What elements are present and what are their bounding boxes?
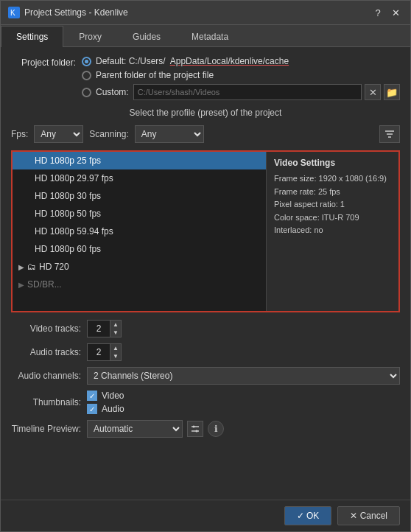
vs-interlaced: Interlaced: no — [274, 224, 391, 237]
profile-item-hd1080p5994[interactable]: HD 1080p 59.94 fps — [13, 223, 266, 240]
profile-label: Select the profile (preset) of the proje… — [11, 108, 400, 118]
audio-channels-select[interactable]: 2 Channels (Stereo) 1 Channel (Mono) 4 C… — [87, 367, 400, 385]
audio-thumbnail-label: Audio — [102, 404, 124, 414]
filter-icon — [384, 129, 395, 139]
fps-select[interactable]: Any 23.976 24 25 29.97 30 50 59.94 60 — [34, 125, 83, 143]
audio-thumbnail-row: ✓ Audio — [87, 404, 124, 414]
radio-parent-row: Parent folder of the project file — [82, 70, 400, 80]
audio-thumbnail-checkbox[interactable]: ✓ — [87, 404, 97, 414]
thumbnail-group: ✓ Video ✓ Audio — [87, 391, 124, 414]
video-tracks-down[interactable]: ▼ — [110, 329, 121, 337]
fps-scanning-row: Fps: Any 23.976 24 25 29.97 30 50 59.94 … — [11, 125, 400, 143]
clear-input-button[interactable]: ✕ — [365, 84, 381, 100]
audio-channels-row: Audio channels: 2 Channels (Stereo) 1 Ch… — [11, 367, 400, 385]
profile-item-hd1080p50[interactable]: HD 1080p 50 fps — [13, 205, 266, 223]
video-tracks-spinner: ▲ ▼ — [87, 320, 122, 337]
profile-item-hd1080p2997[interactable]: HD 1080p 29.97 fps — [13, 169, 266, 187]
custom-path-input[interactable] — [133, 84, 362, 100]
profile-group-sdbr-label: SD/BR... — [27, 279, 62, 290]
vs-frame-rate: Frame rate: 25 fps — [274, 186, 391, 199]
close-button[interactable]: ✕ — [388, 5, 403, 20]
video-tracks-arrows: ▲ ▼ — [110, 321, 121, 337]
video-tracks-label: Video tracks: — [11, 323, 81, 334]
svg-point-8 — [196, 430, 198, 433]
tab-bar: Settings Proxy Guides Metadata — [1, 25, 410, 47]
app-icon: K — [8, 7, 20, 18]
profile-item-hd1080p60[interactable]: HD 1080p 60 fps — [13, 240, 266, 258]
audio-tracks-arrows: ▲ ▼ — [110, 344, 121, 360]
parent-folder-label: Parent folder of the project file — [96, 70, 214, 80]
profile-list[interactable]: HD 1080p 25 fps HD 1080p 29.97 fps HD 10… — [13, 152, 266, 311]
radio-parent[interactable] — [82, 71, 91, 80]
project-folder-radio-group: Default: C:/Users/ AppData/Local/kdenliv… — [82, 56, 400, 100]
radio-custom-row: Custom: ✕ 📁 — [82, 84, 400, 100]
preview-controls: Automatic None 720p 1080p ℹ — [87, 420, 224, 438]
titlebar: K Project Settings - Kdenlive ? ✕ — [1, 1, 410, 25]
tab-metadata[interactable]: Metadata — [176, 26, 244, 47]
timeline-preview-label: Timeline Preview: — [11, 424, 81, 434]
tab-proxy[interactable]: Proxy — [63, 26, 117, 47]
profile-group-icon: 🗂 — [27, 262, 36, 272]
main-content: Project folder: Default: C:/Users/ AppDa… — [1, 47, 410, 500]
default-path-underline: AppData/Local/kdenlive/cache — [170, 56, 289, 66]
window-title: Project Settings - Kdenlive — [24, 7, 128, 18]
vs-title: Video Settings — [274, 158, 391, 168]
expand-icon: ▶ — [18, 263, 24, 271]
expand-icon-2: ▶ — [18, 281, 24, 289]
svg-text:K: K — [10, 9, 15, 17]
audio-tracks-spinner: ▲ ▼ — [87, 343, 122, 361]
titlebar-controls: ? ✕ — [370, 5, 403, 20]
radio-custom[interactable] — [82, 88, 91, 97]
tab-settings[interactable]: Settings — [1, 26, 63, 47]
profile-group-sdbr[interactable]: ▶ SD/BR... — [13, 276, 266, 293]
filter-icon-button[interactable] — [379, 125, 400, 143]
svg-point-6 — [193, 426, 195, 428]
timeline-preview-row: Timeline Preview: Automatic None 720p 10… — [11, 420, 400, 438]
vs-frame-size: Frame size: 1920 x 1080 (16:9) — [274, 172, 391, 186]
custom-label: Custom: — [96, 87, 129, 97]
video-tracks-up[interactable]: ▲ — [110, 321, 121, 329]
profile-area: HD 1080p 25 fps HD 1080p 29.97 fps HD 10… — [11, 150, 400, 312]
tab-guides[interactable]: Guides — [117, 26, 176, 47]
default-path-label: Default: C:/Users/ AppData/Local/kdenliv… — [96, 56, 289, 66]
video-thumbnail-row: ✓ Video — [87, 391, 124, 401]
timeline-preview-select[interactable]: Automatic None 720p 1080p — [87, 420, 183, 438]
profile-group-hd720[interactable]: ▶ 🗂 HD 720 — [13, 258, 266, 276]
video-thumbnail-checkbox[interactable]: ✓ — [87, 391, 97, 401]
scanning-label: Scanning: — [89, 129, 128, 139]
sliders-icon — [190, 424, 200, 434]
audio-tracks-up[interactable]: ▲ — [110, 344, 121, 352]
audio-channels-label: Audio channels: — [11, 371, 81, 381]
titlebar-left: K Project Settings - Kdenlive — [8, 7, 128, 18]
thumbnails-row: Thumbnails: ✓ Video ✓ Audio — [11, 391, 400, 414]
timeline-preview-settings-button[interactable] — [187, 421, 203, 437]
project-folder-section: Project folder: Default: C:/Users/ AppDa… — [11, 56, 400, 100]
cancel-button[interactable]: ✕ Cancel — [337, 506, 400, 525]
project-folder-label: Project folder: — [11, 57, 76, 68]
thumbnails-label: Thumbnails: — [11, 397, 81, 407]
profile-item-hd1080p30[interactable]: HD 1080p 30 fps — [13, 187, 266, 205]
video-tracks-row: Video tracks: ▲ ▼ — [11, 320, 400, 337]
audio-tracks-row: Audio tracks: ▲ ▼ — [11, 343, 400, 361]
audio-tracks-down[interactable]: ▼ — [110, 352, 121, 360]
scanning-select[interactable]: Any Progressive Interlaced — [135, 125, 204, 143]
profile-group-hd720-label: HD 720 — [39, 262, 69, 272]
help-button[interactable]: ? — [370, 5, 385, 20]
audio-tracks-input[interactable] — [88, 346, 110, 359]
video-thumbnail-label: Video — [102, 391, 124, 401]
timeline-preview-info-button[interactable]: ℹ — [208, 421, 224, 437]
ok-button[interactable]: ✓ OK — [284, 506, 332, 525]
browse-folder-button[interactable]: 📁 — [384, 84, 400, 100]
fps-label: Fps: — [11, 129, 28, 139]
radio-default-row: Default: C:/Users/ AppData/Local/kdenliv… — [82, 56, 400, 66]
vs-color-space: Color space: ITU-R 709 — [274, 211, 391, 225]
audio-tracks-label: Audio tracks: — [11, 347, 81, 357]
video-settings-panel: Video Settings Frame size: 1920 x 1080 (… — [266, 152, 398, 311]
dialog-footer: ✓ OK ✕ Cancel — [1, 500, 410, 531]
radio-default[interactable] — [82, 57, 91, 66]
dialog-window: K Project Settings - Kdenlive ? ✕ Settin… — [0, 0, 411, 532]
profile-item-hd1080p25[interactable]: HD 1080p 25 fps — [13, 152, 266, 169]
video-tracks-input[interactable] — [88, 322, 110, 335]
vs-pixel-aspect: Pixel aspect ratio: 1 — [274, 198, 391, 211]
bottom-controls: Video tracks: ▲ ▼ Audio tracks: ▲ ▼ — [11, 320, 400, 441]
